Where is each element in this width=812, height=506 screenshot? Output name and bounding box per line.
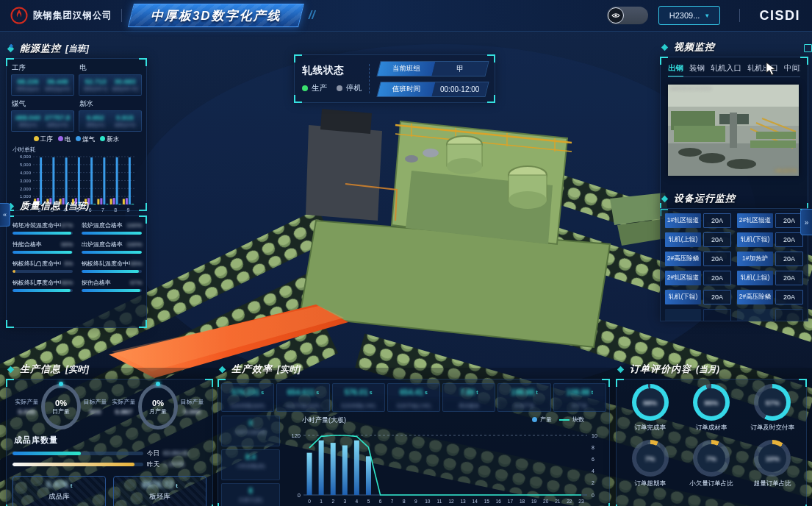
- svg-text:120: 120: [291, 432, 301, 439]
- right-panel-collapse-handle[interactable]: »: [800, 209, 812, 235]
- quality-item: 装炉温度合格率100%: [82, 221, 142, 235]
- cctv-still-image: [668, 85, 799, 176]
- cctv-video-frame[interactable]: 2023-09-12 11:32:08 1#轧机区域: [668, 85, 799, 176]
- side-stat: 02#炉出钢块数: [221, 416, 280, 446]
- efficiency-stat: 576.01s轧制周期(小时): [332, 383, 385, 412]
- panel-title: 生产信息: [20, 363, 61, 376]
- tab-mill-entry[interactable]: 轧机入口: [711, 63, 741, 74]
- svg-text:0: 0: [308, 499, 311, 504]
- tab-intermediate-cooling[interactable]: 中间冷: [784, 63, 800, 74]
- panel-title-tag: (当月): [696, 363, 719, 376]
- panel-title: 质量信息: [20, 199, 61, 213]
- donut-short-orders: 7%小欠量订单占比: [680, 440, 741, 488]
- slab-stock-card: 8876.72t 板坯库: [113, 476, 206, 506]
- svg-text:5,000: 5,000: [20, 163, 32, 167]
- tab-tapping[interactable]: 出钢: [668, 63, 683, 74]
- title-deco-slashes: //: [309, 9, 315, 22]
- quality-item: 性能合格率99%: [12, 240, 73, 254]
- svg-text:4,000: 4,000: [20, 171, 32, 175]
- svg-text:10: 10: [425, 499, 431, 504]
- svg-text:20: 20: [543, 499, 549, 504]
- efficiency-stat: 654.41s轧制节奏(小时): [387, 383, 440, 412]
- quality-item: 钢板终轧厚度命中率96%: [12, 279, 73, 292]
- topbar-divider: [121, 9, 122, 22]
- page-title-plate: 中厚板3D数字化产线: [128, 4, 304, 27]
- gauge-dot: [59, 382, 63, 386]
- company-name: 陕钢集团汉钢公司: [33, 10, 112, 22]
- donut-order-completion: 98%订单完成率: [619, 384, 680, 432]
- quality-item: 出炉温度合格率100%: [82, 240, 142, 254]
- efficiency-stat: 198.88t班累产量: [497, 383, 550, 412]
- side-stat: 8日累计(块): [221, 483, 280, 506]
- svg-text:3: 3: [343, 499, 346, 504]
- efficiency-stat: 108.88t时产量: [553, 383, 606, 412]
- expand-icon[interactable]: [804, 44, 812, 52]
- topbar-divider: [739, 9, 740, 22]
- visibility-toggle[interactable]: [607, 7, 648, 24]
- daily-target-output: 目标产量 900: [81, 398, 109, 416]
- svg-text:3,000: 3,000: [20, 179, 32, 183]
- efficiency-stat: 7.80t单块重量: [442, 383, 495, 412]
- monthly-target-output: 目标产量 5.000: [178, 398, 206, 416]
- tab-charging[interactable]: 装钢: [689, 63, 705, 74]
- panel-title-tag: [实时]: [65, 363, 89, 376]
- svg-text:2: 2: [592, 480, 594, 485]
- inventory-title: 成品库数量: [14, 435, 206, 446]
- panel-title-tag: (当班): [65, 200, 89, 213]
- svg-text:4: 4: [592, 468, 594, 474]
- mouse-cursor: [766, 62, 776, 79]
- svg-text:6: 6: [379, 499, 382, 504]
- camera-timestamp: 2023-09-12 11:32:08: [670, 86, 711, 90]
- efficiency-stat: 654.611s轧制节奏(当班): [276, 383, 329, 412]
- energy-chart-legend: 工序 电 煤气 新水: [11, 135, 142, 144]
- svg-text:19: 19: [531, 499, 537, 504]
- svg-text:18: 18: [520, 499, 525, 504]
- equipment-cell: 轧机(上辊)20A: [665, 232, 731, 247]
- svg-text:8: 8: [403, 499, 406, 504]
- donut-ontime-delivery: 57%订单及时交付率: [742, 384, 803, 432]
- top-bar: 陕钢集团汉钢公司 中厚板3D数字化产线 // H2309... ▼ CISDI: [0, 0, 812, 32]
- svg-text:9: 9: [414, 499, 417, 504]
- line-status-legend: 生产 停机: [302, 83, 362, 93]
- hourly-chart-legend: 产量 块数: [532, 416, 584, 424]
- equipment-cell: 2#轧区辊道20A: [665, 271, 731, 285]
- energy-group-water: 新水 6.652累耗(m³) 0.915单耗(m³/t): [79, 99, 142, 132]
- device-select-value: H2309...: [669, 11, 700, 20]
- svg-text:22: 22: [567, 499, 572, 504]
- panel-production-efficiency: 生产效率 [实时] 576.231s轧制周期(当班) 654.611s轧制节奏(…: [218, 363, 610, 506]
- diamond-icon: [218, 365, 227, 374]
- monthly-output-gauge: 0%月产量: [138, 384, 178, 430]
- gauge-dot: [156, 382, 160, 386]
- inventory-bar-yesterday: 昨天 1.293块: [12, 459, 206, 470]
- line-status-title: 轧线状态: [302, 64, 362, 77]
- company-logo: 陕钢集团汉钢公司: [10, 7, 112, 24]
- svg-text:2: 2: [331, 499, 334, 504]
- svg-text:6: 6: [592, 457, 594, 462]
- panel-title: 能源监控: [20, 42, 61, 55]
- donut-order-yield: 95%订单成材率: [680, 384, 741, 432]
- svg-text:0: 0: [298, 492, 301, 499]
- quality-item: 铸坯冷装温度命中率97%: [12, 221, 73, 235]
- donut-excess-orders: 10%超量订单占比: [742, 440, 803, 488]
- equipment-cell-partial: [665, 309, 731, 321]
- daily-actual-output: 实际产量 0.045: [12, 398, 41, 416]
- left-panel-collapse-handle[interactable]: «: [0, 203, 10, 227]
- quality-item: 钢板终轧凸度命中率5%: [12, 260, 73, 273]
- hourly-output-chart: 1200024681001234567891011121314151617181…: [284, 425, 609, 506]
- svg-text:1,000: 1,000: [20, 194, 32, 199]
- equipment-cell: 轧机(下辊)20A: [737, 232, 803, 247]
- panel-equipment-monitoring: 设备运行监控 1#轧区辊道20A 2#轧区辊道20A 轧机(上辊)20A 轧机(…: [660, 193, 808, 321]
- svg-text:17: 17: [508, 499, 514, 504]
- svg-text:1: 1: [320, 499, 323, 504]
- device-select-dropdown[interactable]: H2309... ▼: [658, 6, 720, 25]
- diamond-icon: [616, 365, 625, 374]
- panel-title: 生产效率: [231, 363, 273, 376]
- svg-text:23: 23: [578, 499, 584, 504]
- panel-title: 视频监控: [674, 40, 715, 54]
- diamond-icon: [6, 44, 15, 54]
- diamond-icon: [660, 194, 669, 204]
- panel-line-status: 轧线状态 生产 停机 当前班组 甲 值班时间 00:00-12:00: [294, 54, 495, 103]
- svg-text:15: 15: [484, 499, 490, 504]
- camera-label: 1#轧机区域: [774, 168, 797, 174]
- panel-title: 订单评价内容: [630, 363, 691, 376]
